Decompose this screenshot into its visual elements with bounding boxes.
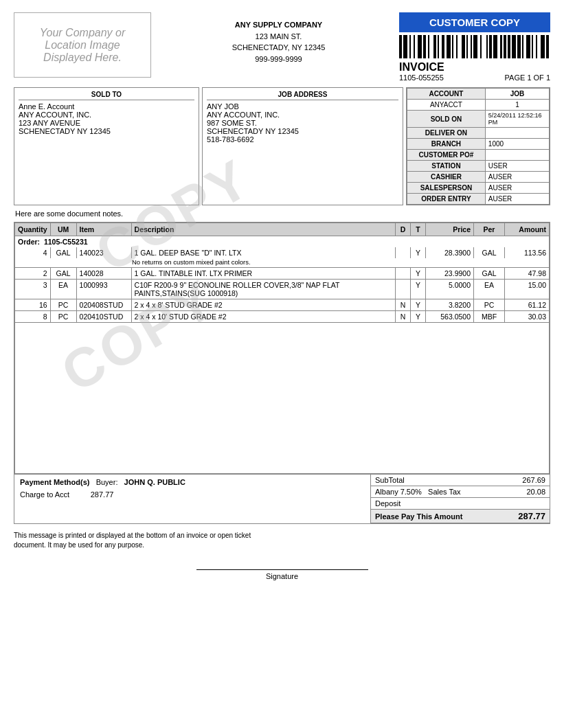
sold-to-content: Anne E. AccountANY ACCOUNT, INC.123 ANY … [19,102,194,135]
cell-um: GAL [50,268,76,280]
signature-section: Signature [14,569,550,580]
subtotal-value: 267.69 [501,475,550,486]
sold-to-box: SOLD TO Anne E. AccountANY ACCOUNT, INC.… [14,87,199,205]
sold-to-header: SOLD TO [19,91,194,100]
tax-row: Albany 7.50% Sales Tax 20.08 [371,486,550,498]
column-header-quantity: Quantity [15,223,51,236]
company-phone: 999-999-9999 [165,54,392,65]
charge-amount: 287.77 [91,490,114,499]
cell-d: N [396,311,411,323]
cell-t: Y [411,299,426,311]
subtotal-label: SubTotal [371,475,501,486]
cell-um: EA [50,280,76,299]
charge-label: Charge to Acct [20,490,69,499]
info-table: ACCOUNTJOBANYACCT1SOLD ON5/24/2011 12:52… [407,88,550,205]
spacer-cell [15,323,550,474]
cell-item: 140028 [76,268,131,280]
footer-message: This message is printed or displayed at … [14,531,261,550]
cell-price: 5.0000 [426,280,474,299]
cell-um: GAL [50,247,76,258]
cell-quantity: 3 [15,280,51,299]
buyer-label: Buyer: [96,478,118,486]
cell-price: 23.9900 [426,268,474,280]
cell-description: 1 GAL. DEEP BASE "D" INT. LTX [131,247,395,258]
items-table-wrapper: QuantityUMItemDescriptionDTPricePerAmoun… [14,222,550,475]
cell-description: 2 x 4 x 8' STUD GRADE #2 [131,299,395,311]
item-note-row: No returns on custom mixed paint colors. [15,258,550,268]
cell-t: Y [411,247,426,258]
deposit-row: Deposit [371,498,550,510]
cell-per: GAL [474,268,505,280]
info-acct-value: ANYACCT [407,100,486,111]
cell-price: 3.8200 [426,299,474,311]
items-table: QuantityUMItemDescriptionDTPricePerAmoun… [14,223,550,474]
info-label: DELIVER ON [407,128,486,139]
cell-d [396,280,411,299]
job-address-content: ANY JOBANY ACCOUNT, INC.987 SOME ST.SCHE… [207,102,398,144]
info-job-label: JOB [485,89,549,100]
info-row: CASHIERAUSER [407,172,550,183]
charge-row: Charge to Acct 287.77 [20,490,365,499]
payment-methods-row: Payment Method(s) Buyer: JOHN Q. PUBLIC [20,478,365,486]
cell-price: 28.3900 [426,247,474,258]
cell-description: C10F R200-9 9" ECONOLINE ROLLER COVER,3/… [131,280,395,299]
item-note-cell: No returns on custom mixed paint colors. [15,258,550,268]
info-row: ANYACCT1 [407,100,550,111]
deposit-value [501,498,550,510]
buyer-name: JOHN Q. PUBLIC [124,478,185,486]
company-logo: Your Company or Location Image Displayed… [14,12,151,78]
info-row: STATIONUSER [407,161,550,172]
table-row: 2GAL1400281 GAL. TINTABLE INT. LTX PRIME… [15,268,550,280]
notes-text: Here are some document notes. [15,209,123,218]
page-info: PAGE 1 OF 1 [505,73,550,82]
info-label: SALESPERSON [407,183,486,194]
cell-t: Y [411,311,426,323]
sold-to-line: SCHENECTADY NY 12345 [19,127,194,135]
info-value: AUSER [485,172,549,183]
company-address1: 123 MAIN ST. [165,31,392,43]
order-row: Order: 1105-C55231 [15,236,550,248]
info-row: SOLD ON5/24/2011 12:52:16 PM [407,111,550,128]
info-value: 1000 [485,139,549,150]
info-row: ACCOUNTJOB [407,89,550,100]
cell-description: 1 GAL. TINTABLE INT. LTX PRIMER [131,268,395,280]
tax-label: Albany 7.50% Sales Tax [371,486,501,498]
cell-t: Y [411,280,426,299]
cell-amount: 47.98 [505,268,550,280]
table-row: 16PC020408STUD2 x 4 x 8' STUD GRADE #2NY… [15,299,550,311]
pay-label: Please Pay This Amount [371,510,501,523]
signature-label: Signature [266,572,298,580]
cell-um: PC [50,311,76,323]
cell-per: GAL [474,247,505,258]
header-right: CUSTOMER COPY (function() { const patter… [392,12,550,82]
table-row: 4GAL1400231 GAL. DEEP BASE "D" INT. LTXY… [15,247,550,258]
items-header-row: QuantityUMItemDescriptionDTPricePerAmoun… [15,223,550,236]
barcode: (function() { const pattern = [2,1,3,1,1… [399,35,550,58]
company-info: ANY SUPPLY COMPANY 123 MAIN ST. SCHENECT… [165,12,392,65]
job-address-line: SCHENECTADY NY 12345 [207,127,398,135]
table-row: 8PC020410STUD2 x 4 x 10' STUD GRADE #2NY… [15,311,550,323]
info-row: BRANCH1000 [407,139,550,150]
cell-amount: 61.12 [505,299,550,311]
info-row: ORDER ENTRYAUSER [407,194,550,205]
payment-left: Payment Method(s) Buyer: JOHN Q. PUBLIC … [14,475,371,523]
cell-amount: 113.56 [505,247,550,258]
column-header-t: T [411,223,426,236]
info-row: SALESPERSONAUSER [407,183,550,194]
column-header-price: Price [426,223,474,236]
pay-value: 287.77 [501,510,550,523]
job-address-line: ANY ACCOUNT, INC. [207,111,398,119]
sold-to-line: Anne E. Account [19,102,194,111]
cell-item: 020410STUD [76,311,131,323]
info-value: USER [485,161,549,172]
info-value: AUSER [485,183,549,194]
cell-description: 2 x 4 x 10' STUD GRADE #2 [131,311,395,323]
invoice-label: INVOICE [399,61,550,73]
totals-table: SubTotal 267.69 Albany 7.50% Sales Tax 2… [371,475,550,523]
cell-quantity: 8 [15,311,51,323]
payment-right: SubTotal 267.69 Albany 7.50% Sales Tax 2… [371,475,550,523]
column-header-um: UM [50,223,76,236]
logo-text: Your Company or Location Image Displayed… [40,27,126,64]
deposit-label: Deposit [371,498,501,510]
signature-line [196,569,368,570]
